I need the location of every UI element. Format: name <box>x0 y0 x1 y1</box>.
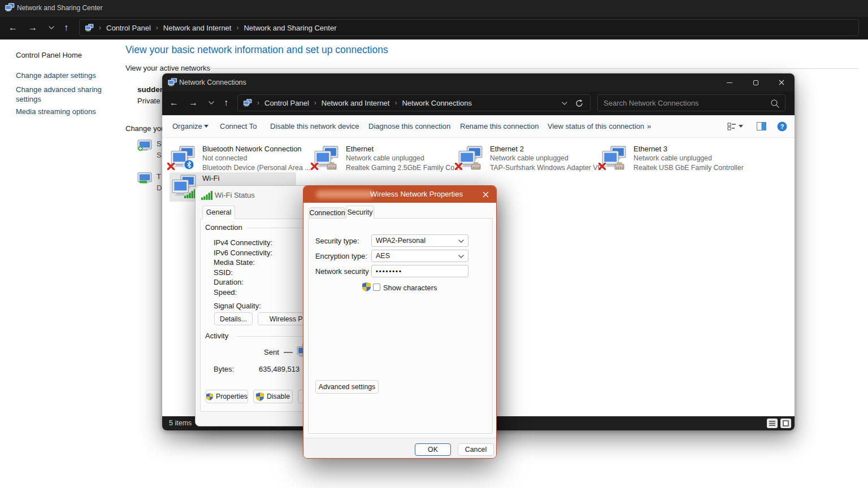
active-network-name[interactable]: sudden <box>137 85 164 94</box>
uac-shield-icon <box>206 393 213 401</box>
breadcrumb-network-and-internet[interactable]: Network and Internet <box>163 24 232 32</box>
items-count: 5 items <box>169 419 192 427</box>
advanced-settings-button[interactable]: Advanced settings <box>315 380 379 394</box>
rename-connection-button[interactable]: Rename this connection <box>460 115 539 137</box>
chevron-down-icon <box>458 255 464 258</box>
adapter-name: Ethernet 2 <box>490 145 524 153</box>
details-view-toggle[interactable] <box>767 419 778 428</box>
close-button[interactable] <box>477 186 494 203</box>
icons-view-toggle[interactable] <box>780 419 791 428</box>
minimize-button[interactable] <box>717 73 743 91</box>
adapter-device: Realtek Gaming 2.5GbE Family Co... <box>346 164 460 172</box>
back-button[interactable]: ← <box>166 91 183 114</box>
breadcrumb-separator: › <box>236 24 238 32</box>
encryption-type-value: AES <box>376 252 390 260</box>
breadcrumb-control-panel[interactable]: Control Panel <box>264 99 309 107</box>
adapter-status: Not connected <box>202 154 247 162</box>
redacted-network-name <box>316 190 374 198</box>
field-ipv6: IPv6 Connectivity: <box>214 249 272 257</box>
sidebar-item-change-advanced-sharing[interactable]: Change advanced sharing settings <box>16 85 102 104</box>
adapter-device: Realtek USB GbE Family Controller <box>633 164 744 172</box>
view-list-icon <box>727 123 736 130</box>
more-commands-button[interactable]: » <box>647 115 651 137</box>
adapter-status: Network cable unplugged <box>633 154 712 162</box>
show-characters-label: Show characters <box>383 284 437 292</box>
up-button[interactable]: ↑ <box>218 91 235 114</box>
adapter-name: Ethernet <box>346 145 374 153</box>
breadcrumb-network-sharing-center[interactable]: Network and Sharing Center <box>244 24 336 32</box>
close-button[interactable] <box>769 73 795 91</box>
ok-button[interactable]: OK <box>415 443 451 456</box>
search-input[interactable] <box>598 95 785 111</box>
properties-button-label: Properties <box>216 393 248 400</box>
field-signal-quality: Signal Quality: <box>214 302 261 310</box>
back-button[interactable]: ← <box>5 16 21 39</box>
task-troubleshoot-subtitle: D <box>157 184 162 192</box>
breadcrumb-network-connections[interactable]: Network Connections <box>402 99 472 107</box>
tab-security[interactable]: Security <box>346 206 374 219</box>
forward-button[interactable]: → <box>24 16 41 39</box>
encryption-type-dropdown[interactable]: AES <box>371 250 468 262</box>
close-icon <box>483 191 489 198</box>
tab-connection[interactable]: Connection <box>309 207 345 219</box>
divider <box>209 68 859 69</box>
refresh-icon[interactable] <box>575 99 583 107</box>
adapter-name: Bluetooth Network Connection <box>202 145 302 153</box>
nc-navbar: ← → ↑ › Control Panel › Network and Inte… <box>162 91 795 115</box>
breadcrumb-control-panel[interactable]: Control Panel <box>106 24 151 32</box>
security-type-dropdown[interactable]: WPA2-Personal <box>371 234 468 247</box>
adapter-ethernet2[interactable]: Ethernet 2 Network cable unplugged TAP-S… <box>457 145 598 174</box>
disconnected-x-icon <box>598 163 606 170</box>
ethernet-plug-icon <box>471 161 481 170</box>
sent-label: Sent <box>264 348 279 356</box>
tab-general[interactable]: General <box>202 206 235 219</box>
maximize-button[interactable] <box>743 73 769 91</box>
adapter-ethernet[interactable]: Ethernet Network cable unplugged Realtek… <box>313 145 454 174</box>
ethernet-plug-icon <box>614 161 624 170</box>
network-security-key-field[interactable]: •••••••• <box>371 265 468 277</box>
adapter-ethernet3[interactable]: Ethernet 3 Network cable unplugged Realt… <box>601 145 742 174</box>
nsc-window-title: Network and Sharing Center <box>17 4 102 12</box>
sidebar-item-change-adapter-settings[interactable]: Change adapter settings <box>16 71 96 80</box>
nc-address-bar[interactable]: › Control Panel › Network and Internet ›… <box>237 94 591 111</box>
change-settings-heading: Change you <box>125 124 165 133</box>
adapter-device: Bluetooth Device (Personal Area ... <box>202 164 310 172</box>
details-button[interactable]: Details... <box>214 312 253 325</box>
address-dropdown-icon[interactable] <box>562 102 567 105</box>
preview-pane-button[interactable] <box>757 115 766 137</box>
field-speed: Speed: <box>214 288 237 297</box>
breadcrumb-separator: › <box>394 99 397 107</box>
task-troubleshoot[interactable]: T <box>157 172 161 181</box>
nc-search-box[interactable] <box>597 94 785 111</box>
properties-button[interactable]: Properties <box>206 390 248 403</box>
cancel-button[interactable]: Cancel <box>458 443 494 456</box>
disable-button-label: Disable <box>267 393 290 400</box>
help-button[interactable]: ? <box>777 115 787 137</box>
adapter-name: Ethernet 3 <box>633 145 667 153</box>
breadcrumb-network-and-internet[interactable]: Network and Internet <box>322 99 390 107</box>
page-title: View your basic network information and … <box>125 44 388 56</box>
uac-shield-icon <box>362 282 371 291</box>
up-button[interactable]: ↑ <box>58 16 75 39</box>
disable-button[interactable]: Disable <box>253 390 293 403</box>
large-icons-view-icon <box>780 419 791 428</box>
connect-to-button[interactable]: Connect To <box>220 115 257 137</box>
field-duration: Duration: <box>214 278 244 286</box>
adapter-name: Wi-Fi <box>202 174 219 182</box>
connection-group-label: Connection <box>205 223 242 232</box>
sidebar-control-panel-home[interactable]: Control Panel Home <box>16 51 82 59</box>
adapter-bluetooth[interactable]: Bluetooth Network Connection Not connect… <box>170 145 311 174</box>
sidebar-item-media-streaming-options[interactable]: Media streaming options <box>16 107 96 116</box>
view-options-button[interactable] <box>727 115 743 137</box>
show-characters-checkbox[interactable] <box>373 284 380 291</box>
disable-device-button[interactable]: Disable this network device <box>270 115 359 137</box>
forward-button[interactable]: → <box>185 91 202 114</box>
nc-window-title: Network Connections <box>179 79 246 86</box>
wifi-signal-icon <box>201 191 212 200</box>
task-setup-connection[interactable]: S <box>157 140 162 148</box>
nsc-address-bar[interactable]: › Control Panel › Network and Internet ›… <box>79 19 859 36</box>
organize-menu[interactable]: Organize <box>172 115 209 137</box>
view-status-button[interactable]: View status of this connection <box>548 115 644 137</box>
svg-text:?: ? <box>780 123 784 130</box>
diagnose-connection-button[interactable]: Diagnose this connection <box>368 115 450 137</box>
